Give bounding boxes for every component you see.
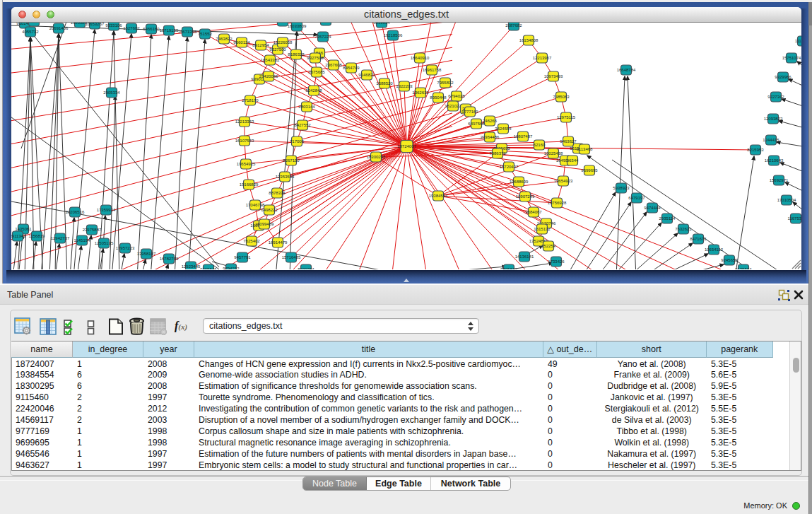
- svg-text:8912954: 8912954: [252, 43, 269, 47]
- svg-text:12353594: 12353594: [276, 175, 295, 179]
- svg-text:16099489: 16099489: [255, 222, 274, 226]
- svg-text:1615132: 1615132: [534, 227, 551, 231]
- svg-text:9699695: 9699695: [581, 168, 598, 173]
- svg-text:1244415: 1244415: [763, 138, 779, 142]
- svg-text:2803144: 2803144: [298, 105, 315, 109]
- svg-text:12923445: 12923445: [182, 264, 201, 269]
- svg-text:19218506: 19218506: [384, 33, 403, 37]
- svg-text:8215953: 8215953: [747, 148, 764, 152]
- svg-text:10688609: 10688609: [510, 180, 529, 184]
- svg-text:16648784: 16648784: [617, 68, 636, 72]
- svg-text:20691406: 20691406: [49, 26, 69, 30]
- svg-text:9146821: 9146821: [358, 73, 375, 77]
- svg-text:8848158: 8848158: [274, 23, 291, 23]
- svg-text:16033809: 16033809: [288, 24, 307, 28]
- svg-text:23975887: 23975887: [83, 228, 102, 232]
- svg-text:17359924: 17359924: [97, 208, 116, 212]
- svg-text:9777169: 9777169: [461, 110, 478, 114]
- svg-text:7632621: 7632621: [675, 227, 692, 231]
- svg-text:12213363: 12213363: [235, 119, 254, 124]
- svg-text:10653267: 10653267: [86, 23, 105, 26]
- svg-text:18300295: 18300295: [367, 155, 386, 159]
- svg-text:1435061: 1435061: [15, 227, 32, 231]
- svg-text:1621022: 1621022: [445, 104, 461, 108]
- svg-text:9457791: 9457791: [234, 255, 251, 259]
- svg-text:8427552: 8427552: [294, 123, 311, 127]
- svg-text:9327508: 9327508: [307, 56, 324, 60]
- svg-text:19384554: 19384554: [429, 194, 448, 198]
- svg-text:17010504: 17010504: [777, 198, 796, 202]
- svg-text:7463822: 7463822: [216, 37, 233, 41]
- svg-text:18724007: 18724007: [397, 144, 416, 148]
- svg-text:3911343: 3911343: [11, 234, 26, 238]
- svg-text:9327500: 9327500: [269, 47, 286, 52]
- svg-text:6794028: 6794028: [448, 94, 465, 98]
- svg-text:16782759: 16782759: [160, 257, 179, 261]
- svg-text:8267150: 8267150: [283, 158, 300, 163]
- svg-text:9463627: 9463627: [560, 139, 577, 144]
- svg-text:9660124: 9660124: [233, 40, 250, 45]
- svg-text:3624554: 3624554: [495, 127, 512, 131]
- svg-text:2087682: 2087682: [505, 23, 522, 28]
- svg-text:20364486: 20364486: [481, 135, 500, 139]
- svg-text:4055712: 4055712: [22, 30, 39, 34]
- svg-text:751552: 751552: [198, 32, 213, 36]
- svg-text:6466160: 6466160: [143, 27, 160, 31]
- svg-text:8186328: 8186328: [288, 52, 305, 57]
- svg-text:12093822: 12093822: [764, 117, 783, 121]
- svg-text:10025438: 10025438: [544, 151, 563, 156]
- svg-text:8454749: 8454749: [343, 66, 360, 70]
- svg-text:20206516: 20206516: [66, 210, 85, 214]
- svg-text:9465546: 9465546: [200, 267, 217, 269]
- svg-text:1733426: 1733426: [548, 259, 565, 264]
- svg-text:2718170: 2718170: [242, 98, 259, 103]
- svg-text:9245652: 9245652: [721, 258, 738, 262]
- svg-text:8813054: 8813054: [373, 23, 390, 25]
- svg-text:16961758: 16961758: [423, 68, 442, 72]
- svg-text:16107553: 16107553: [235, 139, 254, 143]
- svg-text:8990448: 8990448: [430, 95, 447, 100]
- svg-text:62160: 62160: [534, 143, 546, 147]
- svg-text:2367608: 2367608: [325, 63, 342, 67]
- svg-text:16154808: 16154808: [519, 38, 539, 42]
- svg-text:1145194: 1145194: [74, 238, 91, 243]
- svg-text:10807487: 10807487: [514, 134, 533, 139]
- svg-text:13226058: 13226058: [273, 40, 293, 45]
- svg-text:9474444: 9474444: [644, 206, 661, 210]
- svg-text:9805812: 9805812: [500, 267, 517, 269]
- svg-text:7986372: 7986372: [489, 151, 506, 156]
- svg-text:9329966: 9329966: [775, 75, 792, 79]
- svg-text:1322203: 1322203: [396, 84, 413, 88]
- svg-text:8878334: 8878334: [269, 191, 286, 195]
- svg-text:3675685: 3675685: [308, 70, 325, 74]
- svg-text:19654923: 19654923: [554, 179, 573, 183]
- svg-text:16671355: 16671355: [178, 30, 197, 34]
- svg-text:15720407: 15720407: [500, 165, 519, 169]
- svg-text:746266: 746266: [483, 119, 498, 123]
- svg-text:252254: 252254: [541, 244, 556, 248]
- svg-text:1588520: 1588520: [376, 81, 393, 86]
- svg-text:1167533: 1167533: [788, 216, 801, 221]
- svg-text:18640910: 18640910: [411, 56, 430, 60]
- svg-text:7955812: 7955812: [437, 81, 454, 85]
- svg-text:9227342: 9227342: [767, 95, 784, 99]
- svg-text:7357224: 7357224: [314, 35, 331, 39]
- svg-text:10719155: 10719155: [160, 28, 179, 33]
- svg-text:5938923: 5938923: [613, 186, 630, 190]
- svg-text:10654112: 10654112: [705, 247, 724, 252]
- svg-text:7485063: 7485063: [553, 95, 570, 99]
- svg-text:3113468: 3113468: [577, 147, 594, 151]
- svg-text:8920384: 8920384: [298, 267, 314, 269]
- svg-text:6479197: 6479197: [628, 196, 645, 200]
- svg-text:16543362: 16543362: [261, 58, 280, 62]
- svg-text:1156819: 1156819: [29, 234, 46, 238]
- svg-text:1835042: 1835042: [25, 23, 42, 23]
- svg-text:15692971: 15692971: [770, 178, 789, 182]
- svg-text:9135564: 9135564: [735, 267, 752, 269]
- svg-text:16210643: 16210643: [765, 158, 784, 163]
- svg-text:16914479: 16914479: [269, 240, 288, 245]
- svg-text:2935114: 2935114: [659, 216, 676, 221]
- svg-text:12505135: 12505135: [95, 241, 114, 245]
- svg-text:13958107: 13958107: [137, 252, 156, 256]
- svg-text:15716485: 15716485: [282, 255, 301, 259]
